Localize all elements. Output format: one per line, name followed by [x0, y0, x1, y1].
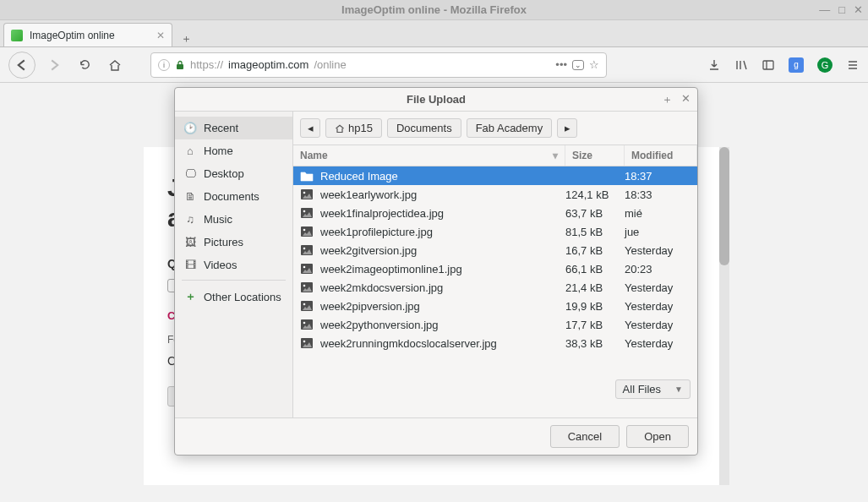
dialog-button-row: Cancel Open	[175, 417, 697, 455]
window-titlebar: ImageOptim online - Mozilla Firefox — □ …	[0, 0, 868, 20]
file-filter-select[interactable]: All Files ▼	[615, 379, 691, 399]
open-button[interactable]: Open	[626, 425, 689, 448]
file-row[interactable]: week2pipversion.jpg19,9 kBYesterday	[293, 297, 697, 315]
back-button[interactable]	[8, 52, 35, 79]
extension-icon[interactable]: G	[817, 57, 833, 73]
new-tab-button[interactable]: ＋	[172, 31, 199, 46]
image-icon	[300, 299, 314, 313]
reader-mode-icon[interactable]: ⌄	[572, 60, 584, 70]
file-name: week1earlywork.jpg	[320, 188, 565, 201]
file-modified: Yesterday	[625, 337, 691, 350]
sidebar-item-pictures[interactable]: 🖼Pictures	[175, 231, 292, 254]
header-size[interactable]: Size	[565, 145, 625, 166]
sidebar-icon[interactable]	[762, 58, 775, 72]
file-modified: Yesterday	[625, 244, 691, 257]
favicon-icon	[11, 30, 23, 41]
svg-point-18	[303, 322, 306, 325]
sidebar-item-recent[interactable]: 🕑Recent	[175, 117, 292, 139]
header-modified[interactable]: Modified	[625, 145, 697, 166]
info-icon[interactable]: i	[158, 59, 170, 71]
window-maximize-icon[interactable]: □	[838, 3, 845, 16]
lock-icon	[175, 60, 185, 70]
file-name: Reduced Image	[320, 170, 565, 183]
home-button[interactable]	[103, 53, 127, 77]
file-name: week2imageoptimonline1.jpg	[320, 263, 565, 276]
file-row[interactable]: week2pythonversion.jpg17,7 kBYesterday	[293, 315, 697, 334]
file-size: 63,7 kB	[565, 207, 625, 220]
file-list[interactable]: Reduced Image18:37week1earlywork.jpg124,…	[293, 166, 697, 374]
svg-rect-1	[763, 61, 773, 69]
image-icon	[300, 262, 314, 276]
folder-icon	[300, 169, 314, 183]
library-icon[interactable]	[734, 58, 748, 72]
file-size: 16,7 kB	[565, 244, 625, 257]
path-forward-button[interactable]: ▸	[557, 118, 577, 138]
file-name: week1profilepicture.jpg	[320, 226, 565, 238]
sidebar-item-label: Videos	[204, 259, 237, 271]
image-icon	[300, 318, 314, 331]
bookmark-star-icon[interactable]: ☆	[589, 58, 599, 71]
svg-point-4	[303, 192, 306, 194]
window-minimize-icon[interactable]: —	[819, 3, 830, 16]
browser-toolbar: i https://imageoptim.com/online ••• ⌄ ☆ …	[0, 47, 868, 83]
file-size: 124,1 kB	[565, 188, 625, 201]
dialog-titlebar: File Upload ＋ ✕	[175, 88, 697, 112]
tab-close-icon[interactable]: ✕	[156, 30, 165, 41]
sidebar-item-label: Home	[204, 145, 233, 157]
places-sidebar: 🕑Recent⌂Home🖵Desktop🗎Documents♫Music🖼Pic…	[175, 112, 293, 417]
sidebar-item-label: Pictures	[204, 236, 243, 248]
dialog-close-icon[interactable]: ✕	[681, 92, 691, 107]
file-name: week2pythonversion.jpg	[320, 319, 565, 331]
chevron-down-icon: ▼	[674, 385, 683, 394]
image-icon	[300, 243, 314, 257]
path-crumb-documents[interactable]: Documents	[387, 118, 461, 138]
header-name-label: Name	[300, 150, 328, 161]
file-size: 21,4 kB	[565, 281, 625, 294]
header-name[interactable]: Name ▾	[293, 145, 565, 166]
file-row[interactable]: week2mkdocsversion.jpg21,4 kBYesterday	[293, 278, 697, 297]
translate-icon[interactable]: g	[789, 57, 804, 73]
reload-button[interactable]	[73, 53, 96, 77]
image-icon	[300, 188, 314, 201]
path-bar: ◂ hp15 Documents Fab Academy ▸	[293, 112, 697, 145]
path-crumb-current[interactable]: Fab Academy	[467, 118, 553, 138]
menu-icon[interactable]	[846, 58, 860, 72]
svg-point-14	[303, 285, 306, 287]
image-icon	[300, 225, 314, 238]
file-size: 81,5 kB	[565, 226, 625, 238]
svg-point-6	[303, 210, 306, 213]
file-row[interactable]: week1earlywork.jpg124,1 kB18:33	[293, 185, 697, 204]
url-more-icon[interactable]: •••	[555, 58, 567, 71]
sidebar-other-locations[interactable]: ＋Other Locations	[175, 284, 292, 309]
sidebar-item-desktop[interactable]: 🖵Desktop	[175, 162, 292, 185]
downloads-icon[interactable]	[707, 58, 721, 72]
sidebar-item-videos[interactable]: 🎞Videos	[175, 254, 292, 276]
file-row[interactable]: week2imageoptimonline1.jpg66,1 kB20:23	[293, 259, 697, 278]
scrollbar-thumb[interactable]	[719, 147, 729, 265]
plus-icon: ＋	[183, 289, 197, 304]
file-row[interactable]: week1finalprojectidea.jpg63,7 kBmié	[293, 204, 697, 222]
file-row[interactable]: week2gitversion.jpg16,7 kBYesterday	[293, 241, 697, 259]
path-back-button[interactable]: ◂	[300, 118, 320, 138]
sidebar-item-documents[interactable]: 🗎Documents	[175, 185, 292, 208]
image-icon	[300, 336, 314, 350]
browser-tab[interactable]: ImageOptim online ✕	[3, 23, 172, 46]
file-row[interactable]: week2runningmkdocslocalserver.jpg38,3 kB…	[293, 334, 697, 352]
cancel-button[interactable]: Cancel	[550, 425, 620, 448]
file-size: 17,7 kB	[565, 319, 625, 331]
sort-desc-icon: ▾	[553, 150, 558, 161]
tab-title: ImageOptim online	[30, 30, 115, 41]
file-row[interactable]: week1profilepicture.jpg81,5 kBjue	[293, 222, 697, 241]
sidebar-item-label: Documents	[204, 190, 259, 203]
page-scrollbar[interactable]	[719, 147, 729, 485]
dialog-maximize-icon[interactable]: ＋	[662, 92, 673, 107]
window-close-icon[interactable]: ✕	[854, 3, 863, 16]
sidebar-item-label: Desktop	[204, 167, 244, 180]
path-crumb-home[interactable]: hp15	[325, 118, 382, 138]
sidebar-item-home[interactable]: ⌂Home	[175, 139, 292, 162]
window-title: ImageOptim online - Mozilla Firefox	[341, 3, 527, 16]
sidebar-item-music[interactable]: ♫Music	[175, 208, 292, 231]
address-bar[interactable]: i https://imageoptim.com/online ••• ⌄ ☆	[150, 52, 607, 78]
desktop-icon: 🖵	[183, 167, 197, 180]
file-row[interactable]: Reduced Image18:37	[293, 166, 697, 185]
